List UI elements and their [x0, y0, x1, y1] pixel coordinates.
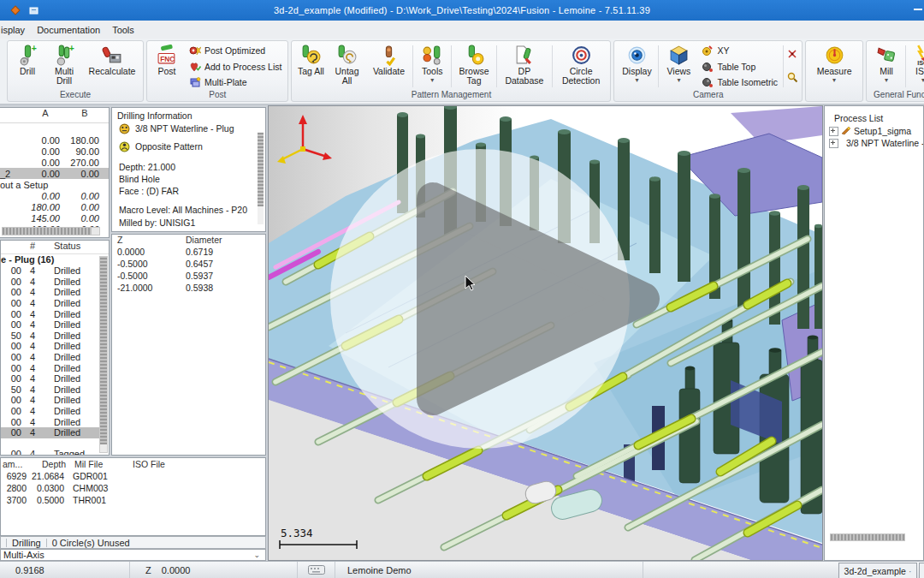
xy-button[interactable]: XY: [700, 45, 779, 57]
column-header-diameter[interactable]: am...: [1, 459, 28, 469]
hole-row[interactable]: 00 4 Drilled: [1, 352, 102, 363]
z-diameter-table: Z Diameter 0.0000 0.6719 -0.5000 0.6457 …: [111, 234, 266, 456]
hole-row[interactable]: 00 4 Drilled: [1, 287, 102, 298]
expand-icon[interactable]: [829, 127, 838, 136]
column-header-mil-file[interactable]: Mil File: [66, 459, 121, 469]
file-row[interactable]: 6929 21.0684 GDR001: [1, 470, 265, 482]
xy-icon: [702, 45, 714, 57]
setups-row[interactable]: 145.00 0.00: [0, 212, 109, 223]
drill-button[interactable]: + Drill: [9, 43, 45, 90]
column-header-z[interactable]: Z: [112, 235, 186, 247]
measure-button[interactable]: Measure ▾: [808, 43, 861, 99]
holes-group-header[interactable]: e - Plug (16): [1, 254, 109, 265]
drilling-info-scrollbar[interactable]: [258, 132, 264, 224]
browse-tag-button[interactable]: Browse Tag: [453, 43, 495, 90]
dropdown-arrow-icon: ▾: [635, 77, 638, 84]
circle-detection-button[interactable]: Circle Detection: [554, 43, 609, 90]
process-item-waterline[interactable]: 3/8 NPT Waterline -: [825, 137, 923, 149]
setups-row[interactable]: 0.00 270.00: [0, 157, 109, 168]
file-row[interactable]: 2800 0.0300 CHM003: [1, 482, 265, 494]
setups-row[interactable]: [0, 123, 109, 134]
z-diameter-row[interactable]: 0.0000 0.6719: [112, 247, 265, 259]
hole-row[interactable]: 50 4 Drilled: [1, 384, 102, 396]
video-play-overlay[interactable]: [269, 106, 822, 560]
hole-row[interactable]: 00 4 Drilled: [1, 373, 102, 384]
browse-tag-icon: [464, 45, 485, 66]
holes-list-header[interactable]: # Status: [1, 241, 109, 254]
dropdown-arrow-icon: ▾: [677, 77, 680, 84]
minimize-button[interactable]: [914, 9, 922, 10]
holes-vertical-scrollbar[interactable]: [99, 256, 108, 453]
menu-documentation[interactable]: Documentation: [31, 23, 106, 37]
zoom-tool-button[interactable]: [786, 71, 798, 85]
hole-row[interactable]: 00 4 Drilled: [1, 277, 102, 288]
z-diameter-row[interactable]: -21.0000 0.5938: [112, 283, 265, 295]
z-diameter-row[interactable]: -0.5000 0.5937: [112, 271, 265, 283]
hole-row[interactable]: 50 4 Drilled: [1, 331, 102, 342]
hole-row[interactable]: 00 4 Drilled: [1, 395, 102, 406]
document-tab[interactable]: 3d-2d_example·: [838, 563, 917, 578]
post-optimized-button[interactable]: Post Optimized: [187, 45, 283, 57]
table-isometric-button[interactable]: Table Isometric: [700, 76, 779, 88]
post-button[interactable]: FNC Post: [149, 43, 185, 90]
iso-button[interactable]: ISO ISO ▾: [907, 43, 924, 90]
column-header-iso-file[interactable]: ISO File: [121, 459, 265, 469]
z-diameter-row[interactable]: -0.5000 0.6457: [112, 259, 265, 271]
fit-view-button[interactable]: [786, 48, 798, 62]
mill-button[interactable]: Mill ▾: [868, 43, 904, 90]
add-to-process-list-button[interactable]: Add to Process List: [187, 61, 283, 73]
expand-icon[interactable]: [829, 139, 838, 148]
hole-row[interactable]: 00 4 Drilled: [1, 362, 102, 373]
files-table-header[interactable]: am... Depth Mil File ISO File: [1, 458, 265, 470]
views-button[interactable]: Views ▾: [660, 43, 697, 90]
column-header-diameter[interactable]: Diameter: [186, 235, 265, 247]
column-header-b[interactable]: B: [65, 108, 104, 122]
display-button[interactable]: Display ▾: [616, 43, 657, 90]
setups-row[interactable]: _2 0.00 0.00: [0, 168, 109, 179]
column-header-status[interactable]: Status: [44, 241, 109, 253]
setups-table-header[interactable]: A B: [0, 108, 109, 123]
menu-display[interactable]: isplay: [0, 23, 31, 37]
untag-all-button[interactable]: Untag All: [328, 43, 365, 90]
hole-row[interactable]: 00 4 Drilled: [1, 427, 102, 438]
hole-row[interactable]: 00 4 Drilled: [1, 298, 102, 309]
hole-row[interactable]: 00 4 Drilled: [1, 308, 102, 319]
multi-plate-button[interactable]: Multi-Plate: [187, 76, 283, 88]
hole-row[interactable]: 00 4 Drilled: [1, 406, 102, 417]
hole-row[interactable]: 00 4 Drilled: [1, 416, 102, 427]
hole-row[interactable]: 00 4 Drilled: [1, 319, 102, 331]
hole-row[interactable]: 00 4 Drilled: [1, 265, 102, 277]
hole-row[interactable]: 00 4 Drilled: [1, 341, 102, 352]
process-item-label: 3/8 NPT Waterline -: [846, 138, 924, 148]
recalculate-button[interactable]: Recalculate: [83, 43, 141, 90]
dp-database-label: DP Database: [500, 67, 548, 86]
multi-drill-button[interactable]: + Multi Drill: [45, 43, 83, 90]
dropdown-arrow-icon: ▾: [832, 77, 836, 84]
document-tab-fragment[interactable]: [919, 563, 924, 578]
setups-row[interactable]: 0.00 90.00: [0, 146, 109, 157]
z-diameter-header[interactable]: Z Diameter: [112, 235, 265, 247]
tag-all-button[interactable]: Tag All: [293, 43, 328, 90]
menu-tools[interactable]: Tools: [106, 23, 140, 37]
table-top-button[interactable]: Table Top: [700, 61, 779, 73]
column-header-count[interactable]: #: [21, 241, 44, 253]
setups-row[interactable]: 0.00 180.00: [0, 134, 109, 146]
process-item-setup[interactable]: Setup1_sigma: [825, 125, 923, 137]
dp-database-button[interactable]: DP Database: [498, 43, 551, 90]
setups-row[interactable]: out a Setup: [0, 179, 109, 190]
multi-plate-label: Multi-Plate: [204, 77, 247, 87]
window-title: 3d-2d_example (Modified) - D:\Work_Drive…: [0, 5, 924, 15]
untag-all-label: Untag All: [330, 67, 363, 86]
column-header-a[interactable]: A: [26, 108, 65, 122]
tools-button[interactable]: Tools ▾: [414, 43, 450, 90]
setups-row[interactable]: 180.00 0.00: [0, 201, 109, 212]
setups-row[interactable]: 0.00 0.00: [0, 190, 109, 201]
hole-row-tagged[interactable]: 00 4 Tagged: [1, 449, 102, 456]
setups-horizontal-scrollbar[interactable]: [2, 227, 100, 235]
axis-mode-dropdown[interactable]: Multi-Axis ⌄: [0, 549, 266, 561]
viewport-3d[interactable]: 5.334: [268, 105, 823, 561]
file-row[interactable]: 3700 0.5000 THR001: [1, 494, 265, 506]
column-header-depth[interactable]: Depth: [28, 459, 66, 469]
process-list-scrollbar[interactable]: [830, 533, 905, 541]
validate-button[interactable]: Validate: [365, 43, 412, 90]
